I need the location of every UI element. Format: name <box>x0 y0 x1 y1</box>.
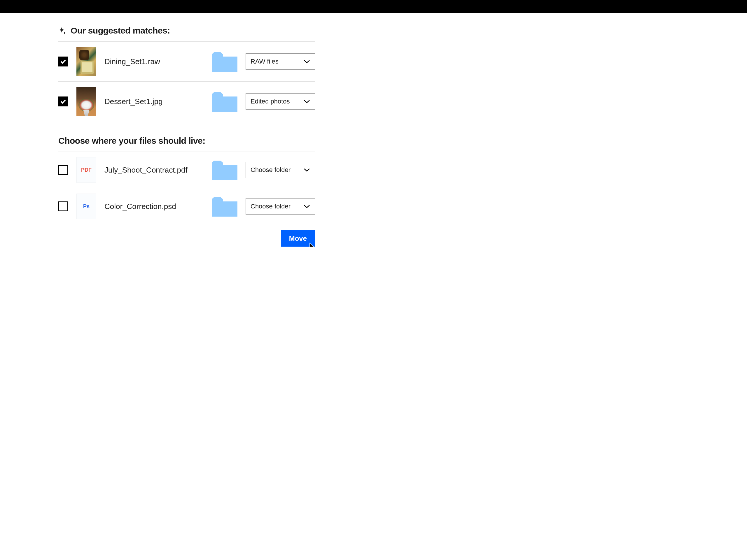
file-thumbnail <box>76 47 96 76</box>
folder-dropdown-label: Choose folder <box>251 203 290 210</box>
file-type-label: PDF <box>81 167 92 173</box>
chevron-down-icon <box>304 205 310 208</box>
main-container: Our suggested matches: Dining_Set1.raw R… <box>58 13 315 247</box>
folder-dropdown[interactable]: Choose folder <box>246 198 315 215</box>
folder-dropdown[interactable]: RAW files <box>246 53 315 70</box>
file-type-icon: Ps <box>76 193 96 219</box>
chevron-down-icon <box>304 100 310 103</box>
folder-dropdown-label: Choose folder <box>251 166 290 174</box>
suggested-section-header: Our suggested matches: <box>58 26 315 42</box>
row-checkbox[interactable] <box>58 165 68 175</box>
file-name: July_Shoot_Contract.pdf <box>104 166 204 175</box>
folder-dropdown[interactable]: Choose folder <box>246 162 315 178</box>
row-checkbox[interactable] <box>58 57 68 66</box>
folder-icon <box>212 91 237 112</box>
svg-rect-2 <box>212 165 237 180</box>
file-row: Dessert_Set1.jpg Edited photos <box>58 82 315 121</box>
check-icon <box>60 98 67 105</box>
file-type-label: Ps <box>83 204 89 210</box>
choose-title: Choose where your files should live: <box>58 136 205 146</box>
folder-dropdown-label: RAW files <box>251 58 279 65</box>
move-button-label: Move <box>289 234 307 242</box>
svg-rect-1 <box>212 97 237 112</box>
folder-icon <box>212 196 237 217</box>
chevron-down-icon <box>304 60 310 63</box>
svg-rect-0 <box>212 57 237 72</box>
file-name: Dining_Set1.raw <box>104 57 204 66</box>
svg-rect-3 <box>212 202 237 217</box>
top-black-bar <box>0 0 747 13</box>
sparkle-icon <box>58 27 67 35</box>
file-row: Ps Color_Correction.psd Choose folder <box>58 188 315 224</box>
folder-dropdown[interactable]: Edited photos <box>246 93 315 110</box>
file-row: PDF July_Shoot_Contract.pdf Choose folde… <box>58 152 315 188</box>
check-icon <box>60 58 67 65</box>
file-type-icon: PDF <box>76 157 96 183</box>
chevron-down-icon <box>304 168 310 172</box>
file-name: Dessert_Set1.jpg <box>104 97 204 106</box>
choose-section-header: Choose where your files should live: <box>58 121 315 152</box>
suggested-title: Our suggested matches: <box>71 26 170 35</box>
row-checkbox[interactable] <box>58 97 68 106</box>
folder-icon <box>212 160 237 180</box>
cursor-icon <box>309 243 319 247</box>
folder-icon <box>212 51 237 72</box>
row-checkbox[interactable] <box>58 202 68 211</box>
actions-bar: Move <box>58 224 315 247</box>
file-thumbnail <box>76 87 96 116</box>
file-name: Color_Correction.psd <box>104 202 204 211</box>
folder-dropdown-label: Edited photos <box>251 98 290 105</box>
move-button[interactable]: Move <box>281 230 315 247</box>
file-row: Dining_Set1.raw RAW files <box>58 42 315 82</box>
